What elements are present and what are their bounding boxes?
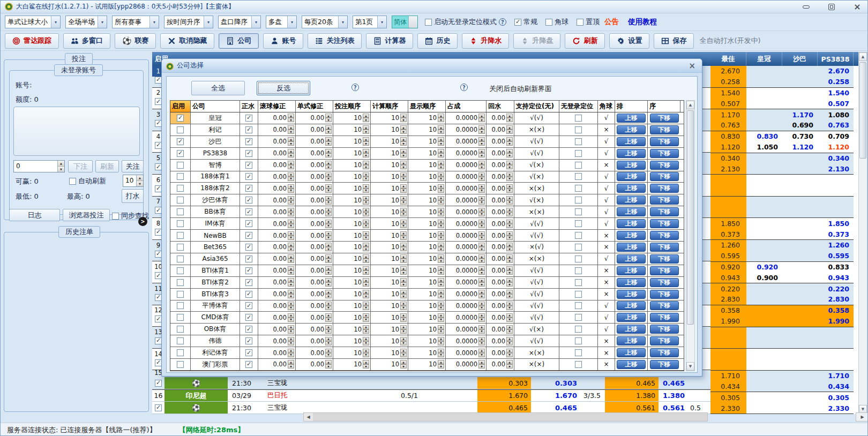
spin-down-icon[interactable]: ▼ [506,200,513,205]
move-down-button[interactable]: 下移 [650,161,679,170]
dialog-scroll-thumb[interactable] [687,110,694,325]
team-cell[interactable]: 三宝珑 [265,377,369,389]
spin-down-icon[interactable]: ▼ [478,177,485,181]
spinner-buttons[interactable]: ▲▼ [506,325,513,334]
column-header[interactable]: 公司 [191,101,240,112]
spinner-buttons[interactable]: ▲▼ [438,184,444,193]
positive-water-checkbox[interactable]: ✓ [245,255,252,262]
enable-cell[interactable] [170,230,191,241]
spinner-cell[interactable]: 0.00▲▼ [258,171,296,183]
spinner-buttons[interactable]: ▲▼ [288,349,294,357]
no-login-locate-cell[interactable] [559,335,598,347]
spin-up-icon[interactable]: ▲ [363,290,369,294]
spinner-buttons[interactable]: ▲▼ [363,184,369,193]
toolbar-checkbox-3[interactable]: 角球 [545,17,568,27]
spin-down-icon[interactable]: ▼ [506,165,513,169]
spinner-cell[interactable]: 0.0000▲▼ [446,148,487,159]
spinner-buttons[interactable]: ▲▼ [506,243,513,251]
toolbar-button-save[interactable]: 保存 [654,33,694,49]
scroll-up-icon[interactable]: ▲ [686,101,694,109]
best-odds-cell[interactable]: 0.258 [710,77,746,87]
odds-cell[interactable] [746,240,782,251]
main-horizontal-scrollbar[interactable]: ◀ [303,412,708,422]
best-odds-cell[interactable] [710,207,746,218]
no-login-checkbox[interactable] [575,220,582,227]
spin-down-icon[interactable]: ▼ [400,141,407,146]
spinner-cell[interactable]: 0.00▲▼ [258,206,296,217]
spin-down-icon[interactable]: ▼ [288,353,294,357]
spinner-buttons[interactable]: ▲▼ [400,137,407,146]
spin-down-icon[interactable]: ▼ [325,236,332,240]
spin-up-icon[interactable]: ▲ [363,243,369,247]
column-header[interactable]: 角球 [598,101,615,112]
odds-cell[interactable]: 1.170 [782,109,818,120]
spinner-cell[interactable]: 10▲▼ [408,148,446,159]
odds-cell[interactable] [782,403,818,414]
spinner-buttons[interactable]: ▲▼ [506,161,513,169]
column-header[interactable]: 启用 [170,101,191,112]
spinner-buttons[interactable]: ▲▼ [288,302,294,310]
enable-cell[interactable] [170,265,191,276]
toolbar-checkbox[interactable]: ✓ [514,19,521,26]
spin-up-icon[interactable]: ▲ [363,161,369,165]
no-login-locate-cell[interactable] [559,230,598,241]
column-header[interactable]: 无登录定位 [559,101,598,112]
spinner-buttons[interactable]: ▲▼ [506,337,513,345]
spin-up-icon[interactable]: ▲ [478,196,485,200]
spinner-buttons[interactable]: ▲▼ [288,254,294,263]
water-button[interactable]: 打水 [122,189,144,203]
spinner-cell[interactable]: 0.00▲▼ [296,124,333,136]
odds-cell[interactable]: 0.305 [818,392,854,403]
odds-value-cell[interactable]: 1.380 [659,390,687,401]
spinner-cell[interactable]: 10▲▼ [333,230,371,241]
spin-down-icon[interactable]: ▼ [506,141,513,146]
no-login-checkbox[interactable] [575,255,582,262]
spinner-buttons[interactable]: ▲▼ [478,337,485,345]
enable-checkbox[interactable] [177,173,184,180]
spinner-buttons[interactable]: ▲▼ [400,360,407,369]
odds-column-header-沙巴[interactable]: 沙巴 [782,52,818,66]
enable-checkbox[interactable]: ✓ [177,115,184,122]
spin-up-icon[interactable]: ▲ [438,137,444,141]
chevron-down-icon[interactable]: ▾ [338,16,347,28]
spin-down-icon[interactable]: ▼ [438,364,444,369]
odds-cell[interactable] [746,337,782,348]
spinner-cell[interactable]: 0.00▲▼ [487,253,514,265]
spin-down-icon[interactable]: ▼ [400,224,407,228]
no-login-locate-cell[interactable] [559,265,598,276]
positive-water-cell[interactable]: ✓ [240,183,258,194]
league-cell[interactable]: ⚽ [164,377,228,389]
spin-down-icon[interactable]: ▼ [478,270,485,275]
odds-cell[interactable] [818,185,854,196]
move-up-button[interactable]: 上移 [617,278,646,287]
spin-up-icon[interactable]: ▲ [325,231,332,236]
spinner-cell[interactable]: 0.00▲▼ [487,160,514,171]
chevron-down-icon[interactable]: ▾ [98,16,107,28]
spinner-buttons[interactable]: ▲▼ [288,290,294,298]
spin-down-icon[interactable]: ▼ [325,353,332,357]
spin-down-icon[interactable]: ▼ [438,212,444,216]
enable-checkbox[interactable] [177,337,184,344]
odds-cell[interactable] [746,163,782,174]
best-odds-cell[interactable]: 1.670 [477,390,531,401]
spinner-buttons[interactable]: ▲▼ [478,349,485,357]
spinner-cell[interactable]: 0.0000▲▼ [446,289,487,300]
no-login-checkbox[interactable] [575,349,582,356]
positive-water-checkbox[interactable]: ✓ [245,291,252,298]
spinner-buttons[interactable]: ▲▼ [506,137,513,146]
spinner-buttons[interactable]: ▲▼ [363,278,369,287]
spin-up-icon[interactable]: ▲ [400,149,407,153]
spin-down-icon[interactable]: ▼ [506,236,513,240]
spinner-cell[interactable]: 0.00▲▼ [487,112,514,124]
move-down-button[interactable]: 下移 [650,278,679,287]
spinner-buttons[interactable]: ▲▼ [400,278,407,287]
spin-up-icon[interactable]: ▲ [363,325,369,329]
spin-up-icon[interactable]: ▲ [400,172,407,177]
spinner-buttons[interactable]: ▲▼ [506,184,513,193]
spin-down-icon[interactable]: ▼ [438,224,444,228]
spinner-cell[interactable]: 10▲▼ [371,335,408,347]
odds-cell[interactable] [782,185,818,196]
move-up-button[interactable]: 上移 [617,336,646,345]
spinner-cell[interactable]: 10▲▼ [333,324,371,335]
spin-down-icon[interactable]: ▼ [325,318,332,322]
